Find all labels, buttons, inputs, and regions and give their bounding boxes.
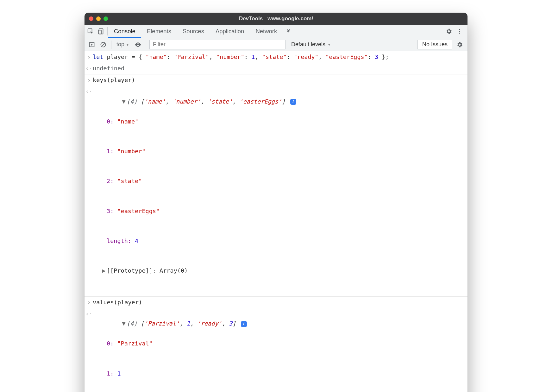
live-expression-icon[interactable] <box>133 40 143 49</box>
array-count: (4) <box>127 320 137 327</box>
info-badge-icon[interactable]: i <box>290 99 296 105</box>
array-item[interactable]: 1: "number" <box>93 146 464 156</box>
settings-icon[interactable] <box>443 25 454 38</box>
console-result-text: undefined <box>93 63 466 73</box>
expand-toggle-icon[interactable]: ▶ <box>101 266 107 275</box>
collapse-toggle-icon[interactable]: ▼ <box>121 97 127 106</box>
tab-console[interactable]: Console <box>108 25 141 38</box>
info-badge-icon[interactable]: i <box>241 321 247 327</box>
tab-sources[interactable]: Sources <box>177 25 210 38</box>
svg-point-4 <box>459 31 460 32</box>
console-result-row: ‹· ▼(4) ['name', 'number', 'state', 'eas… <box>85 86 467 296</box>
device-toolbar-icon[interactable] <box>96 25 107 38</box>
console-output: › let player = { "name": "Parzival", "nu… <box>85 51 467 392</box>
chevron-down-icon: ▼ <box>126 42 129 47</box>
result-arrow-icon: ‹· <box>85 86 93 295</box>
svg-rect-2 <box>98 30 101 34</box>
inspect-element-icon[interactable] <box>85 25 96 38</box>
array-preview: ▼(4) ['name', 'number', 'state', 'easter… <box>93 86 466 295</box>
filter-input-wrapper <box>149 40 285 49</box>
array-length: length: 4 <box>93 236 464 246</box>
console-toolbar: top ▼ Default levels ▼ No Issues <box>85 38 467 51</box>
chevron-right-icon: › <box>85 297 93 307</box>
console-input-row[interactable]: › values(player) <box>85 297 467 308</box>
console-input-row[interactable]: › keys(player) <box>85 74 467 86</box>
sidebar-toggle-icon[interactable] <box>87 40 97 49</box>
console-input-row[interactable]: › let player = { "name": "Parzival", "nu… <box>85 51 467 63</box>
result-arrow-icon: ‹· <box>85 309 93 392</box>
array-item[interactable]: 1: 1 <box>93 369 464 378</box>
chevron-right-icon: › <box>85 52 93 62</box>
issues-button[interactable]: No Issues <box>417 40 452 49</box>
tab-network[interactable]: Network <box>250 25 283 38</box>
console-result-row: ‹· undefined <box>85 63 467 74</box>
console-input-text: keys(player) <box>93 75 466 85</box>
separator <box>146 41 146 49</box>
close-window-button[interactable] <box>89 16 93 21</box>
tab-application[interactable]: Application <box>210 25 250 38</box>
more-tabs-button[interactable] <box>283 29 294 34</box>
titlebar: DevTools - www.google.com/ <box>85 13 467 25</box>
main-tabbar: Console Elements Sources Application Net… <box>85 25 467 38</box>
collapse-toggle-icon[interactable]: ▼ <box>121 319 127 328</box>
prototype-row[interactable]: ▶[[Prototype]]: Array(0) <box>93 266 464 275</box>
window-title: DevTools - www.google.com/ <box>85 16 467 22</box>
context-selector[interactable]: top ▼ <box>115 41 131 48</box>
console-result-row: ‹· ▼(4) ['Parzival', 1, 'ready', 3] i 0:… <box>85 308 467 392</box>
array-item[interactable]: 0: "name" <box>93 117 464 126</box>
traffic-lights <box>89 16 108 21</box>
array-count: (4) <box>127 98 137 105</box>
console-input-text: values(player) <box>93 297 466 307</box>
svg-point-5 <box>459 33 460 34</box>
separator <box>111 41 111 49</box>
issues-label: No Issues <box>422 41 448 48</box>
console-settings-icon[interactable] <box>454 38 465 51</box>
chevron-down-icon: ▼ <box>327 42 331 47</box>
clear-console-icon[interactable] <box>98 40 108 49</box>
devtools-window: DevTools - www.google.com/ Console Eleme… <box>85 13 467 392</box>
array-item[interactable]: 2: "state" <box>93 176 464 186</box>
console-input-text: let player = { "name": "Parzival", "numb… <box>93 52 466 62</box>
chevron-right-icon: › <box>85 75 93 85</box>
result-arrow-icon: ‹· <box>85 63 93 73</box>
array-item[interactable]: 3: "easterEggs" <box>93 206 464 216</box>
log-levels-label: Default levels <box>291 41 325 48</box>
svg-line-8 <box>102 43 105 46</box>
svg-point-3 <box>459 29 460 30</box>
filter-input[interactable] <box>153 41 282 48</box>
separator <box>107 27 108 35</box>
zoom-window-button[interactable] <box>104 16 108 21</box>
context-label: top <box>116 41 124 48</box>
array-item[interactable]: 0: "Parzival" <box>93 338 464 348</box>
log-levels-selector[interactable]: Default levels ▼ <box>287 41 335 48</box>
kebab-menu-icon[interactable] <box>454 25 465 38</box>
minimize-window-button[interactable] <box>96 16 101 21</box>
array-preview: ▼(4) ['Parzival', 1, 'ready', 3] i 0: "P… <box>93 309 466 392</box>
tab-elements[interactable]: Elements <box>141 25 177 38</box>
